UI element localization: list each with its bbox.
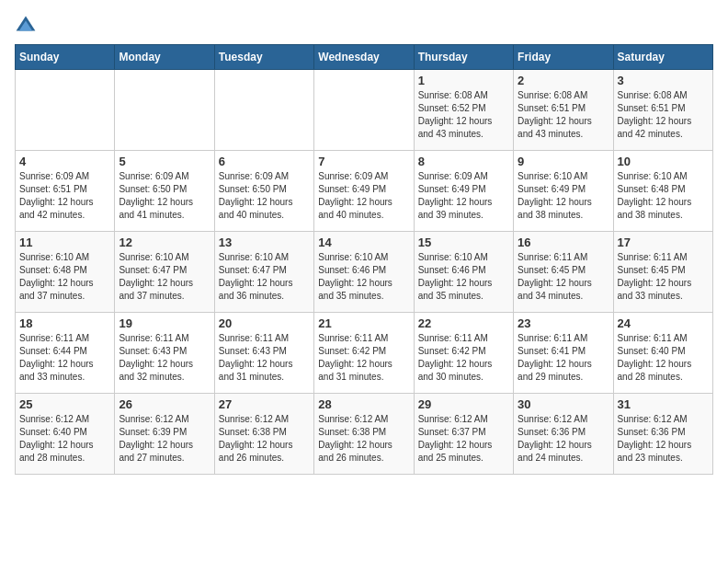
cell-text: Sunset: 6:52 PM — [418, 102, 509, 115]
cell-text: Sunset: 6:45 PM — [518, 264, 609, 277]
day-cell: 30Sunrise: 6:12 AMSunset: 6:36 PMDayligh… — [514, 394, 613, 475]
day-cell: 25Sunrise: 6:12 AMSunset: 6:40 PMDayligh… — [16, 394, 115, 475]
cell-text: Sunset: 6:47 PM — [219, 264, 310, 277]
day-cell — [314, 70, 414, 151]
header-cell-thursday: Thursday — [414, 45, 513, 70]
cell-text: Sunrise: 6:12 AM — [318, 413, 409, 426]
day-number: 2 — [518, 74, 609, 87]
day-number: 21 — [318, 316, 409, 330]
day-cell — [16, 70, 115, 151]
day-cell: 14Sunrise: 6:10 AMSunset: 6:46 PMDayligh… — [314, 232, 414, 313]
cell-text: Sunrise: 6:09 AM — [19, 170, 110, 183]
cell-text: Daylight: 12 hours and 35 minutes. — [318, 277, 409, 303]
cell-text: Sunrise: 6:12 AM — [219, 413, 310, 426]
cell-text: Daylight: 12 hours and 25 minutes. — [418, 439, 509, 465]
cell-text: Daylight: 12 hours and 31 minutes. — [318, 358, 409, 384]
cell-text: Sunset: 6:44 PM — [19, 345, 110, 358]
cell-text: Sunrise: 6:12 AM — [19, 413, 110, 426]
cell-text: Sunset: 6:38 PM — [318, 426, 409, 439]
header-cell-tuesday: Tuesday — [214, 45, 313, 70]
cell-text: Daylight: 12 hours and 42 minutes. — [618, 115, 709, 141]
cell-text: Sunrise: 6:09 AM — [318, 170, 409, 183]
header-cell-friday: Friday — [514, 45, 613, 70]
cell-text: Daylight: 12 hours and 28 minutes. — [618, 358, 709, 384]
cell-text: Daylight: 12 hours and 30 minutes. — [418, 358, 509, 384]
day-cell: 12Sunrise: 6:10 AMSunset: 6:47 PMDayligh… — [115, 232, 214, 313]
day-cell: 3Sunrise: 6:08 AMSunset: 6:51 PMDaylight… — [613, 70, 712, 151]
cell-text: Sunset: 6:42 PM — [418, 345, 509, 358]
day-number: 25 — [19, 397, 110, 411]
cell-text: Daylight: 12 hours and 37 minutes. — [19, 277, 110, 303]
day-cell: 27Sunrise: 6:12 AMSunset: 6:38 PMDayligh… — [214, 394, 313, 475]
day-number: 19 — [119, 316, 210, 330]
day-number: 12 — [119, 236, 210, 249]
day-cell: 6Sunrise: 6:09 AMSunset: 6:50 PMDaylight… — [214, 151, 313, 232]
day-number: 7 — [318, 155, 409, 168]
day-number: 14 — [318, 236, 409, 249]
day-cell: 11Sunrise: 6:10 AMSunset: 6:48 PMDayligh… — [16, 232, 115, 313]
day-number: 13 — [219, 236, 310, 249]
day-cell: 18Sunrise: 6:11 AMSunset: 6:44 PMDayligh… — [16, 313, 115, 394]
cell-text: Sunrise: 6:10 AM — [119, 251, 210, 264]
cell-text: Sunset: 6:51 PM — [618, 102, 709, 115]
day-number: 26 — [119, 397, 210, 411]
day-number: 29 — [418, 397, 509, 411]
day-number: 6 — [219, 155, 310, 168]
header-cell-saturday: Saturday — [613, 45, 712, 70]
day-cell: 20Sunrise: 6:11 AMSunset: 6:43 PMDayligh… — [214, 313, 313, 394]
cell-text: Daylight: 12 hours and 40 minutes. — [219, 196, 310, 222]
week-row-1: 4Sunrise: 6:09 AMSunset: 6:51 PMDaylight… — [16, 151, 713, 232]
cell-text: Sunset: 6:43 PM — [119, 345, 210, 358]
day-number: 27 — [219, 397, 310, 411]
page-header — [15, 15, 713, 37]
day-cell: 15Sunrise: 6:10 AMSunset: 6:46 PMDayligh… — [414, 232, 513, 313]
cell-text: Sunset: 6:50 PM — [119, 183, 210, 196]
cell-text: Sunset: 6:48 PM — [618, 183, 709, 196]
day-number: 15 — [418, 236, 509, 249]
cell-text: Daylight: 12 hours and 42 minutes. — [19, 196, 110, 222]
day-number: 20 — [219, 316, 310, 330]
cell-text: Daylight: 12 hours and 24 minutes. — [518, 439, 609, 465]
cell-text: Sunset: 6:49 PM — [418, 183, 509, 196]
day-number: 23 — [518, 316, 609, 330]
day-cell: 9Sunrise: 6:10 AMSunset: 6:49 PMDaylight… — [514, 151, 613, 232]
day-cell: 19Sunrise: 6:11 AMSunset: 6:43 PMDayligh… — [115, 313, 214, 394]
day-number: 30 — [518, 397, 609, 411]
day-cell: 10Sunrise: 6:10 AMSunset: 6:48 PMDayligh… — [613, 151, 712, 232]
cell-text: Sunrise: 6:11 AM — [618, 251, 709, 264]
day-number: 22 — [418, 316, 509, 330]
day-cell: 23Sunrise: 6:11 AMSunset: 6:41 PMDayligh… — [514, 313, 613, 394]
cell-text: Sunrise: 6:09 AM — [119, 170, 210, 183]
cell-text: Sunset: 6:51 PM — [518, 102, 609, 115]
day-number: 24 — [618, 316, 709, 330]
day-cell: 1Sunrise: 6:08 AMSunset: 6:52 PMDaylight… — [414, 70, 513, 151]
cell-text: Daylight: 12 hours and 27 minutes. — [119, 439, 210, 465]
day-number: 16 — [518, 236, 609, 249]
cell-text: Sunset: 6:42 PM — [318, 345, 409, 358]
cell-text: Sunrise: 6:09 AM — [418, 170, 509, 183]
header-row: SundayMondayTuesdayWednesdayThursdayFrid… — [16, 45, 713, 70]
day-cell — [214, 70, 313, 151]
cell-text: Sunset: 6:38 PM — [219, 426, 310, 439]
day-number: 5 — [119, 155, 210, 168]
cell-text: Daylight: 12 hours and 28 minutes. — [19, 439, 110, 465]
day-cell: 7Sunrise: 6:09 AMSunset: 6:49 PMDaylight… — [314, 151, 414, 232]
cell-text: Sunset: 6:46 PM — [418, 264, 509, 277]
cell-text: Sunrise: 6:11 AM — [318, 332, 409, 345]
cell-text: Daylight: 12 hours and 33 minutes. — [618, 277, 709, 303]
cell-text: Sunrise: 6:11 AM — [119, 332, 210, 345]
cell-text: Sunrise: 6:12 AM — [618, 413, 709, 426]
day-number: 9 — [518, 155, 609, 168]
cell-text: Sunrise: 6:10 AM — [19, 251, 110, 264]
logo-icon — [15, 15, 37, 37]
day-cell: 28Sunrise: 6:12 AMSunset: 6:38 PMDayligh… — [314, 394, 414, 475]
day-cell: 17Sunrise: 6:11 AMSunset: 6:45 PMDayligh… — [613, 232, 712, 313]
cell-text: Sunset: 6:39 PM — [119, 426, 210, 439]
cell-text: Daylight: 12 hours and 39 minutes. — [418, 196, 509, 222]
cell-text: Daylight: 12 hours and 37 minutes. — [119, 277, 210, 303]
cell-text: Sunrise: 6:11 AM — [518, 251, 609, 264]
header-cell-monday: Monday — [115, 45, 214, 70]
cell-text: Daylight: 12 hours and 41 minutes. — [119, 196, 210, 222]
cell-text: Sunrise: 6:11 AM — [418, 332, 509, 345]
day-cell: 8Sunrise: 6:09 AMSunset: 6:49 PMDaylight… — [414, 151, 513, 232]
